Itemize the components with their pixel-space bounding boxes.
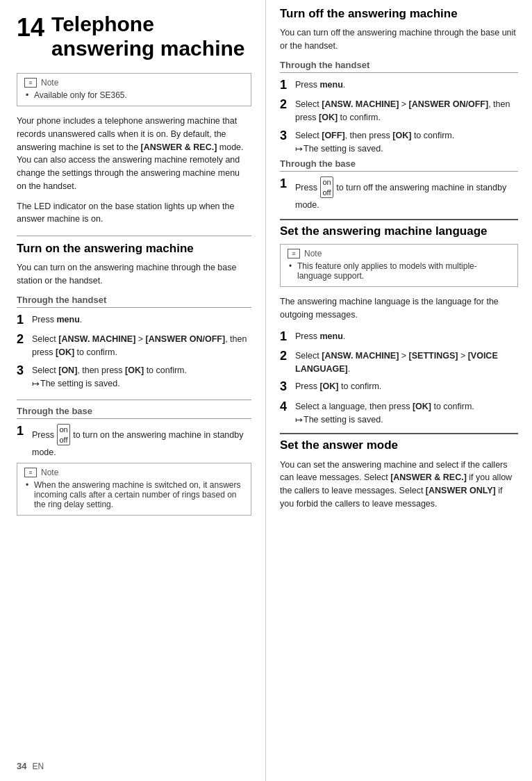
page-number: 34: [17, 761, 26, 771]
footer-lang: EN: [32, 762, 44, 771]
turn-on-steps: 1 Press menu. 2 Select [ANSW. MACHINE] >…: [17, 312, 251, 390]
step-num: 1: [280, 176, 295, 192]
section-3-heading: Set the answering machine language: [280, 224, 518, 238]
step-num: 1: [280, 329, 295, 345]
step-lang-2: 2 Select [ANSW. MACHINE] > [SETTINGS] > …: [280, 348, 518, 376]
divider-3: [280, 219, 518, 220]
step-arrow: The setting is saved.: [295, 413, 518, 427]
note-icon-1: ≡: [24, 78, 37, 88]
section-4-heading: Set the answer mode: [280, 438, 518, 452]
note-icon-3: ≡: [288, 249, 300, 258]
note-label-2: Note: [41, 468, 58, 477]
step-num: 3: [17, 363, 32, 379]
note-item: This feature only applies to models with…: [289, 261, 510, 281]
section-3-body: The answering machine language is the la…: [280, 295, 518, 322]
step-num: 2: [280, 348, 295, 364]
step-num: 1: [280, 77, 295, 93]
note-icon-2: ≡: [24, 468, 37, 477]
step-content: Select [ON], then press [OK] to confirm.…: [32, 363, 251, 390]
step-lang-4: 4 Select a language, then press [OK] to …: [280, 399, 518, 427]
chapter-heading: 14 Telephone answering machine: [17, 13, 251, 60]
lang-steps: 1 Press menu. 2 Select [ANSW. MACHINE] >…: [280, 329, 518, 427]
step-content: Select a language, then press [OK] to co…: [295, 399, 518, 427]
through-handset-1-heading: Through the handset: [17, 295, 251, 308]
step-arrow: The setting is saved.: [32, 377, 251, 390]
step-num: 2: [280, 97, 295, 113]
step-content: Select [OFF], then press [OK] to confirm…: [295, 128, 518, 156]
step-content: Select [ANSW. MACHINE] > [ANSWER ON/OFF]…: [32, 331, 251, 359]
step-base-off-1: 1 Press onoff to turn off the answering …: [280, 176, 518, 211]
section-1-body: You can turn on the answering machine th…: [17, 261, 251, 288]
left-column: 14 Telephone answering machine ≡ Note Av…: [0, 0, 266, 781]
body-text-1: Your phone includes a telephone answerin…: [17, 115, 251, 193]
step-content: Press menu.: [295, 77, 518, 92]
note-item: When the answering machine is switched o…: [26, 480, 244, 509]
step-content: Press onoff to turn off the answering ma…: [295, 176, 518, 211]
note-box-1: ≡ Note Available only for SE365.: [17, 73, 251, 106]
step-off-3: 3 Select [OFF], then press [OK] to confi…: [280, 128, 518, 156]
step-num: 1: [17, 312, 32, 328]
note-box-2: ≡ Note When the answering machine is swi…: [17, 463, 251, 516]
step-num: 4: [280, 399, 295, 415]
step-num: 3: [280, 379, 295, 395]
through-handset-2-heading: Through the handset: [280, 60, 518, 73]
note-content-2: When the answering machine is switched o…: [24, 480, 244, 509]
body-text-2: The LED indicator on the base station li…: [17, 200, 251, 227]
note-item: Available only for SE365.: [26, 90, 244, 100]
turn-off-steps: 1 Press menu. 2 Select [ANSW. MACHINE] >…: [280, 77, 518, 155]
section-2-heading: Turn off the answering machine: [280, 7, 518, 21]
note-header-1: ≡ Note: [24, 78, 244, 88]
step-lang-3: 3 Press [OK] to confirm.: [280, 379, 518, 395]
divider-2: [17, 400, 251, 400]
note-content-1: Available only for SE365.: [24, 90, 244, 100]
through-base-2-steps: 1 Press onoff to turn off the answering …: [280, 176, 518, 211]
step-content: Select [ANSW. MACHINE] > [SETTINGS] > [V…: [295, 348, 518, 376]
chapter-number: 14: [17, 13, 44, 40]
step-off-1: 1 Press menu.: [280, 77, 518, 93]
step-content: Press onoff to turn on the answering mac…: [32, 423, 251, 459]
footer: 34 EN: [17, 761, 44, 771]
through-base-1-heading: Through the base: [17, 406, 251, 419]
step-content: Select [ANSW. MACHINE] > [ANSWER ON/OFF]…: [295, 97, 518, 124]
on-off-icon: onoff: [320, 176, 333, 198]
step-base-1: 1 Press onoff to turn on the answering m…: [17, 423, 251, 459]
step-off-2: 2 Select [ANSW. MACHINE] > [ANSWER ON/OF…: [280, 97, 518, 124]
divider-1: [17, 236, 251, 236]
page: 14 Telephone answering machine ≡ Note Av…: [0, 0, 532, 781]
through-base-2-heading: Through the base: [280, 158, 518, 172]
step-content: Press menu.: [32, 312, 251, 327]
section-4-body: You can set the answering machine and se…: [280, 459, 518, 511]
chapter-title: Telephone answering machine: [51, 13, 251, 60]
step-num: 1: [17, 423, 32, 439]
step-content: Press [OK] to confirm.: [295, 379, 518, 393]
note-label-1: Note: [41, 78, 58, 88]
through-base-1-steps: 1 Press onoff to turn on the answering m…: [17, 423, 251, 459]
section-2-body: You can turn off the answering machine t…: [280, 26, 518, 53]
section-1-heading: Turn on the answering machine: [17, 242, 251, 256]
on-off-icon: onoff: [57, 424, 69, 445]
note-box-3: ≡ Note This feature only applies to mode…: [280, 244, 518, 287]
right-column: Turn off the answering machine You can t…: [266, 0, 532, 781]
step-num: 2: [17, 331, 32, 347]
note-header-3: ≡ Note: [288, 249, 510, 258]
step-3: 3 Select [ON], then press [OK] to confir…: [17, 363, 251, 390]
note-content-3: This feature only applies to models with…: [288, 261, 510, 281]
note-header-2: ≡ Note: [24, 468, 244, 477]
step-arrow: The setting is saved.: [295, 142, 518, 156]
step-num: 3: [280, 128, 295, 144]
step-1: 1 Press menu.: [17, 312, 251, 328]
divider-4: [280, 433, 518, 434]
step-2: 2 Select [ANSW. MACHINE] > [ANSWER ON/OF…: [17, 331, 251, 359]
note-label-3: Note: [304, 249, 322, 258]
step-content: Press menu.: [295, 329, 518, 343]
step-lang-1: 1 Press menu.: [280, 329, 518, 345]
